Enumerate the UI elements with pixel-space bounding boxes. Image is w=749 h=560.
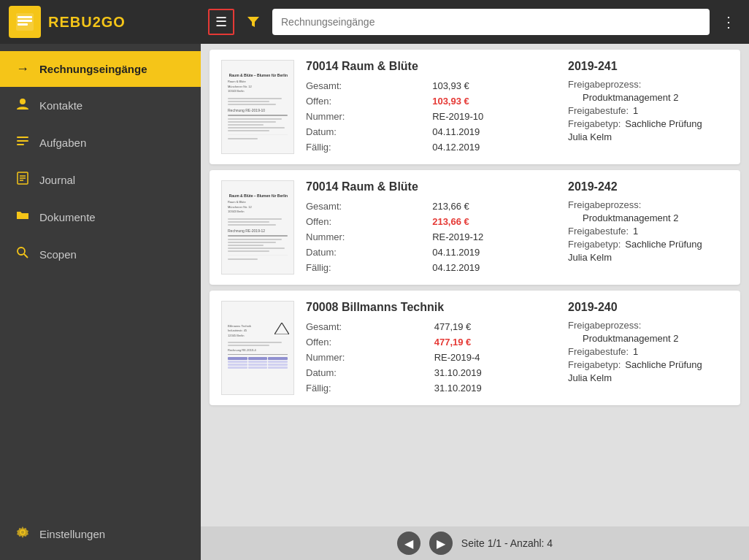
freigabetyp-label: Freigabetyp: (568, 118, 621, 129)
offen-label: Offen: (306, 335, 420, 349)
sidebar-item-journal[interactable]: Journal (0, 161, 201, 199)
nummer-label: Nummer: (306, 230, 418, 244)
app-logo-icon (9, 6, 41, 38)
invoice-card[interactable]: Billmanns TechnikIndustriestr. 4512345 B… (210, 291, 740, 405)
invoice-fields: Gesamt: 103,93 € Offen: 103,93 € Nummer:… (306, 79, 556, 154)
datum-label: Datum: (306, 366, 420, 380)
faellig-value: 31.10.2019 (434, 381, 556, 395)
invoice-approval-info: 2019-241 Freigabeprozess: Produktmanagem… (568, 60, 729, 154)
freigabestufe-value: 1 (633, 105, 638, 116)
freigabetyp-label: Freigabetyp: (568, 239, 621, 250)
invoice-number: 2019-242 (568, 180, 729, 193)
nummer-value: RE-2019-4 (434, 350, 556, 364)
freigabeprozess-value-row: Produktmanagement 2 (568, 212, 729, 223)
gesamt-label: Gesamt: (306, 199, 418, 213)
invoice-customer-title: 70008 Billmanns Technik (306, 301, 556, 314)
invoice-card[interactable]: Raum & Blüte – Blumen für Berlin Raum & … (210, 170, 740, 285)
freigabeprozess-row: Freigabeprozess: (568, 199, 729, 210)
invoice-main-info: 70014 Raum & Blüte Gesamt: 103,93 € Offe… (306, 60, 556, 154)
freigabeprozess-label: Freigabeprozess: (568, 199, 641, 210)
sidebar-item-aufgaben[interactable]: Aufgaben (0, 124, 201, 161)
person-name: Julia Kelm (568, 372, 612, 383)
pagination-bar: ◀ ▶ Seite 1/1 - Anzahl: 4 (201, 526, 749, 560)
offen-value: 477,19 € (434, 335, 556, 349)
freigabetyp-row: Freigabetyp: Sachliche Prüfung (568, 118, 729, 129)
invoice-approval-info: 2019-240 Freigabeprozess: Produktmanagem… (568, 301, 729, 395)
invoice-customer-title: 70014 Raum & Blüte (306, 60, 556, 73)
content-area: Raum & Blüte – Blumen für Berlin Raum & … (201, 44, 749, 560)
sidebar-item-label: Scopen (39, 248, 77, 261)
app-logo-text: REBU2GO (48, 14, 126, 31)
sidebar-item-label: Journal (39, 174, 75, 186)
main-layout: → Rechnungseingänge Kontakte Aufgaben (0, 44, 749, 560)
menu-button[interactable]: ☰ (208, 9, 234, 35)
freigabetyp-value: Sachliche Prüfung (625, 239, 702, 250)
nummer-label: Nummer: (306, 110, 418, 123)
faellig-value: 04.12.2019 (432, 261, 556, 275)
next-page-button[interactable]: ▶ (429, 532, 453, 555)
gesamt-label: Gesamt: (306, 79, 418, 93)
freigabestufe-row: Freigabestufe: 1 (568, 105, 729, 116)
faellig-label: Fällig: (306, 261, 418, 275)
freigabetyp-row: Freigabetyp: Sachliche Prüfung (568, 239, 729, 250)
person-row: Julia Kelm (568, 131, 729, 142)
invoice-thumbnail: Billmanns TechnikIndustriestr. 4512345 B… (221, 301, 294, 395)
svg-point-5 (20, 99, 26, 104)
person-row: Julia Kelm (568, 252, 729, 263)
search-input[interactable] (272, 9, 710, 35)
freigabeprozess-value: Produktmanagement 2 (568, 333, 679, 344)
sidebar-item-scopen[interactable]: Scopen (0, 236, 201, 273)
datum-label: Datum: (306, 245, 418, 259)
freigabeprozess-row: Freigabeprozess: (568, 79, 729, 90)
freigabetyp-label: Freigabetyp: (568, 359, 621, 370)
offen-value: 213,66 € (432, 215, 556, 229)
sidebar-item-rechnungseingaenge[interactable]: → Rechnungseingänge (0, 51, 201, 87)
sidebar-item-dokumente[interactable]: Dokumente (0, 199, 201, 236)
svg-rect-2 (18, 20, 32, 22)
gesamt-label: Gesamt: (306, 320, 420, 334)
freigabeprozess-value-row: Produktmanagement 2 (568, 333, 729, 344)
freigabestufe-label: Freigabestufe: (568, 226, 629, 237)
invoice-main-info: 70014 Raum & Blüte Gesamt: 213,66 € Offe… (306, 180, 556, 275)
gesamt-value: 103,93 € (432, 79, 556, 93)
invoice-fields: Gesamt: 213,66 € Offen: 213,66 € Nummer:… (306, 199, 556, 275)
approval-fields: Freigabeprozess: Produktmanagement 2 Fre… (568, 320, 729, 383)
invoice-fields: Gesamt: 477,19 € Offen: 477,19 € Nummer:… (306, 320, 556, 395)
invoice-main-info: 70008 Billmanns Technik Gesamt: 477,19 €… (306, 301, 556, 395)
freigabeprozess-value-row: Produktmanagement 2 (568, 92, 729, 103)
freigabetyp-value: Sachliche Prüfung (625, 118, 702, 129)
person-icon (15, 97, 31, 114)
person-row: Julia Kelm (568, 372, 729, 383)
faellig-label: Fällig: (306, 140, 418, 154)
sidebar: → Rechnungseingänge Kontakte Aufgaben (0, 44, 201, 560)
freigabetyp-row: Freigabetyp: Sachliche Prüfung (568, 359, 729, 370)
freigabeprozess-value: Produktmanagement 2 (568, 212, 679, 223)
datum-value: 04.11.2019 (432, 245, 556, 259)
filter-button[interactable] (240, 9, 266, 35)
sidebar-item-kontakte[interactable]: Kontakte (0, 87, 201, 124)
person-name: Julia Kelm (568, 131, 612, 142)
sidebar-item-einstellungen[interactable]: Einstellungen (0, 515, 201, 553)
freigabestufe-label: Freigabestufe: (568, 346, 629, 357)
faellig-value: 04.12.2019 (432, 140, 556, 154)
freigabeprozess-row: Freigabeprozess: (568, 320, 729, 331)
svg-rect-3 (18, 23, 28, 26)
invoice-card[interactable]: Raum & Blüte – Blumen für Berlin Raum & … (210, 50, 740, 164)
freigabestufe-row: Freigabestufe: 1 (568, 226, 729, 237)
freigabeprozess-label: Freigabeprozess: (568, 79, 641, 90)
prev-page-button[interactable]: ◀ (397, 532, 420, 555)
more-options-button[interactable]: ⋮ (715, 9, 742, 35)
search-icon (15, 246, 31, 263)
arrow-right-icon: → (15, 61, 31, 77)
topbar: REBU2GO ☰ ⋮ (0, 0, 749, 44)
nummer-value: RE-2019-12 (432, 230, 556, 244)
sidebar-spacer (0, 273, 201, 515)
sidebar-item-label: Kontakte (39, 99, 82, 112)
gesamt-value: 213,66 € (432, 199, 556, 213)
tasks-icon (15, 134, 31, 151)
nummer-label: Nummer: (306, 350, 420, 364)
freigabestufe-row: Freigabestufe: 1 (568, 346, 729, 357)
topbar-controls: ☰ ⋮ (201, 9, 749, 35)
svg-rect-8 (17, 144, 24, 145)
freigabestufe-value: 1 (633, 226, 638, 237)
